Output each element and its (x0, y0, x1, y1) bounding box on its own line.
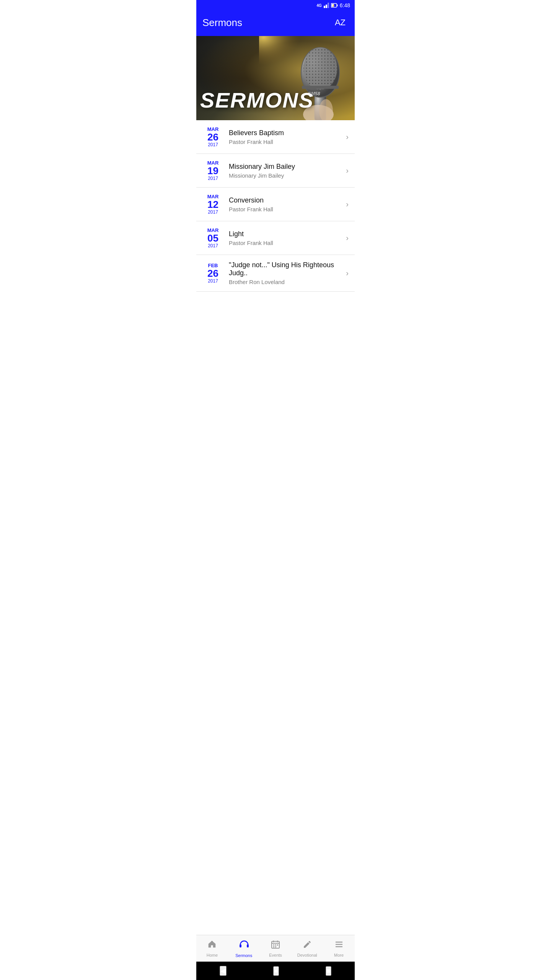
sermon-speaker-3: Pastor Frank Hall (229, 206, 342, 212)
svg-marker-0 (324, 6, 325, 8)
page-title: Sermons (202, 17, 242, 29)
chevron-right-icon-5: › (346, 269, 349, 278)
svg-rect-4 (337, 5, 337, 7)
hero-title: SERMONS (200, 88, 314, 113)
sermon-info-5: "Judge not..." Using His Righteous Judg.… (229, 261, 342, 285)
sermon-speaker-1: Pastor Frank Hall (229, 139, 342, 145)
svg-point-12 (303, 47, 337, 90)
signal-icon (324, 3, 329, 8)
sermon-date-3: MAR 12 2017 (202, 194, 223, 215)
status-icons: 4G ⚡ 6:48 (316, 2, 350, 8)
sermon-title-1: Believers Baptism (229, 129, 342, 137)
chevron-right-icon: › (346, 132, 349, 141)
network-indicator: 4G (316, 3, 321, 8)
svg-text:⚡: ⚡ (332, 4, 335, 7)
chevron-right-icon-3: › (346, 200, 349, 209)
sort-az-button[interactable]: AZ (332, 16, 349, 29)
sermon-speaker-4: Pastor Frank Hall (229, 240, 342, 246)
battery-icon: ⚡ (331, 3, 338, 8)
sermon-date-1: MAR 26 2017 (202, 126, 223, 147)
status-bar: 4G ⚡ 6:48 (196, 0, 355, 11)
chevron-right-icon-4: › (346, 234, 349, 242)
hero-banner: SM58 SERMONS (196, 36, 355, 120)
sermon-title-3: Conversion (229, 196, 342, 204)
sermon-date-4: MAR 05 2017 (202, 227, 223, 248)
sermon-info-3: Conversion Pastor Frank Hall (229, 196, 342, 212)
sermon-title-2: Missionary Jim Bailey (229, 163, 342, 171)
sermon-item-2[interactable]: MAR 19 2017 Missionary Jim Bailey Missio… (196, 154, 355, 188)
sermon-info-4: Light Pastor Frank Hall (229, 230, 342, 246)
svg-marker-1 (326, 5, 327, 8)
sermon-item-5[interactable]: FEB 26 2017 "Judge not..." Using His Rig… (196, 255, 355, 292)
sermon-item-4[interactable]: MAR 05 2017 Light Pastor Frank Hall › (196, 221, 355, 255)
chevron-right-icon-2: › (346, 166, 349, 175)
sermon-date-2: MAR 19 2017 (202, 160, 223, 181)
sermon-item-1[interactable]: MAR 26 2017 Believers Baptism Pastor Fra… (196, 120, 355, 154)
sermon-title-5: "Judge not..." Using His Righteous Judg.… (229, 261, 342, 277)
app-header: Sermons AZ (196, 11, 355, 36)
sermon-title-4: Light (229, 230, 342, 238)
page-content: SM58 SERMONS MAR 26 2017 Believers Bapti… (196, 36, 355, 337)
status-time: 6:48 (340, 2, 350, 8)
sermon-speaker-2: Missionary Jim Bailey (229, 172, 342, 179)
sermon-info-2: Missionary Jim Bailey Missionary Jim Bai… (229, 163, 342, 179)
sermon-list: MAR 26 2017 Believers Baptism Pastor Fra… (196, 120, 355, 292)
sermon-item-3[interactable]: MAR 12 2017 Conversion Pastor Frank Hall… (196, 188, 355, 221)
svg-marker-2 (328, 3, 329, 8)
sermon-info-1: Believers Baptism Pastor Frank Hall (229, 129, 342, 145)
sermon-speaker-5: Brother Ron Loveland (229, 279, 342, 285)
sermon-date-5: FEB 26 2017 (202, 263, 223, 284)
